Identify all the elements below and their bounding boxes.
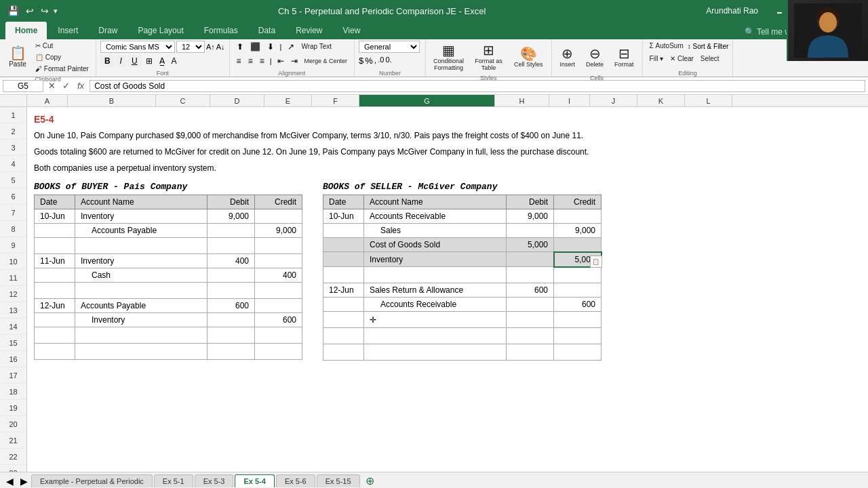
tab-page-layout[interactable]: Page Layout (128, 22, 193, 39)
percent-button[interactable]: % (365, 56, 373, 66)
autosum-button[interactable]: Σ AutoSum (647, 41, 686, 52)
cut-button[interactable]: ✂ Cut (33, 41, 56, 52)
select-button[interactable]: Select (698, 54, 722, 64)
copy-button[interactable]: 📋 Copy (33, 52, 64, 63)
seller-row-1[interactable]: 10-Jun Accounts Receivable 9,000 (323, 209, 601, 224)
format-cells-button[interactable]: ⊟ Format (610, 41, 638, 73)
align-bottom-button[interactable]: ⬇ (264, 41, 277, 53)
seller-row-9[interactable] (323, 328, 601, 344)
format-as-table-button[interactable]: ⊞ Format as Table (470, 41, 507, 73)
col-header-J[interactable]: J (590, 95, 637, 106)
sheet-tab-ex51[interactable]: Ex 5-1 (154, 474, 193, 487)
increase-indent-button[interactable]: ⇥ (288, 55, 300, 67)
sheet-tab-ex53[interactable]: Ex 5-3 (195, 474, 234, 487)
save-icon[interactable]: 💾 (5, 4, 21, 18)
sort-filter-button[interactable]: ↕ Sort & Filter (688, 43, 729, 50)
fill-button[interactable]: Fill ▾ (647, 54, 667, 64)
wrap-text-button[interactable]: Wrap Text (298, 41, 334, 52)
align-right-button[interactable]: ≡ (257, 55, 267, 67)
seller-row-3[interactable]: Cost of Goods Sold 5,000 (323, 238, 601, 252)
format-painter-button[interactable]: 🖌 Format Painter (33, 64, 92, 75)
orientation-button[interactable]: ↗ (285, 41, 297, 53)
border-button[interactable]: ⊞ (143, 56, 155, 66)
sheet-tab-ex56[interactable]: Ex 5-6 (276, 474, 315, 487)
buyer-row-7[interactable]: 12-Jun Accounts Payable 600 (35, 299, 302, 313)
add-sheet-button[interactable]: ⊕ (361, 473, 378, 488)
col-header-A[interactable]: A (27, 95, 68, 106)
decrease-decimal-button[interactable]: 0. (385, 56, 391, 66)
buyer-row-2[interactable]: Accounts Payable 9,000 (35, 224, 302, 238)
formula-input[interactable] (90, 80, 865, 92)
tab-insert[interactable]: Insert (48, 22, 87, 39)
buyer-row-5[interactable]: Cash 400 (35, 268, 302, 283)
tab-review[interactable]: Review (286, 22, 332, 39)
seller-row-10[interactable] (323, 344, 601, 361)
col-header-C[interactable]: C (156, 95, 210, 106)
undo-icon[interactable]: ↩ (24, 4, 36, 18)
clear-button[interactable]: ✕ Clear (667, 54, 696, 64)
tab-view[interactable]: View (334, 22, 370, 39)
number-format-select[interactable]: General (359, 41, 420, 53)
sheet-tab-example[interactable]: Example - Perpetual & Periodic (31, 474, 153, 487)
sheet-tab-ex515[interactable]: Ex 5-15 (317, 474, 360, 487)
confirm-formula-button[interactable]: ✓ (60, 81, 72, 91)
cell-area[interactable]: E5-4 On June 10, Pais Company purchased … (27, 107, 868, 472)
seller-row-8[interactable]: ✛ (323, 312, 601, 328)
tab-home[interactable]: Home (5, 22, 47, 39)
buyer-row-9[interactable] (35, 327, 302, 344)
decrease-indent-button[interactable]: ⇤ (275, 55, 287, 67)
font-name-select[interactable]: Comic Sans MS (100, 41, 175, 53)
col-header-L[interactable]: L (685, 95, 732, 106)
increase-decimal-button[interactable]: .0 (378, 56, 384, 66)
tab-data[interactable]: Data (249, 22, 285, 39)
delete-cells-button[interactable]: ⊖ Delete (582, 41, 608, 73)
scroll-tabs-right-button[interactable]: ▶ (17, 474, 31, 488)
buyer-row-4[interactable]: 11-Jun Inventory 400 (35, 254, 302, 268)
currency-button[interactable]: $ (359, 56, 363, 66)
buyer-row-6[interactable] (35, 283, 302, 299)
cell-styles-button[interactable]: 🎨 Cell Styles (510, 41, 547, 73)
buyer-row-10[interactable] (35, 344, 302, 360)
col-header-I[interactable]: I (549, 95, 590, 106)
col-header-D[interactable]: D (210, 95, 264, 106)
seller-row-7[interactable]: Accounts Receivable 600 (323, 298, 601, 312)
tab-formulas[interactable]: Formulas (195, 22, 248, 39)
buyer-row-8[interactable]: Inventory 600 (35, 313, 302, 327)
increase-font-button[interactable]: A↑ (206, 43, 215, 51)
font-size-select[interactable]: 12 (176, 41, 205, 53)
redo-icon[interactable]: ↪ (39, 4, 51, 18)
cell-reference-box[interactable] (3, 80, 43, 92)
decrease-font-button[interactable]: A↓ (216, 43, 225, 51)
paste-options-button[interactable]: 📋 (590, 256, 602, 268)
seller-row-4[interactable]: Inventory 5,000 📋 (323, 252, 601, 267)
col-header-K[interactable]: K (637, 95, 685, 106)
font-color-button[interactable]: A (169, 56, 180, 66)
fill-color-button[interactable]: A̲ (157, 56, 167, 66)
insert-cells-button[interactable]: ⊕ Insert (556, 41, 580, 73)
comma-button[interactable]: , (374, 56, 376, 66)
paste-button[interactable]: 📋 Paste (4, 41, 31, 73)
merge-center-button[interactable]: Merge & Center (302, 56, 351, 66)
seller-row-6[interactable]: 12-Jun Sales Return & Allowance 600 (323, 283, 601, 298)
col-header-E[interactable]: E (264, 95, 312, 106)
align-middle-button[interactable]: ⬛ (248, 41, 263, 53)
cancel-formula-button[interactable]: ✕ (46, 81, 58, 91)
seller-row-2[interactable]: Sales 9,000 (323, 224, 601, 238)
scroll-tabs-left-button[interactable]: ◀ (3, 474, 17, 488)
italic-button[interactable]: I (116, 55, 126, 67)
seller-row-5[interactable] (323, 267, 601, 283)
sheet-tab-ex54[interactable]: Ex 5-4 (235, 474, 274, 487)
col-header-H[interactable]: H (495, 95, 549, 106)
col-header-B[interactable]: B (68, 95, 156, 106)
buyer-row-3[interactable] (35, 238, 302, 254)
align-left-button[interactable]: ≡ (234, 55, 244, 67)
col-header-G[interactable]: G (359, 95, 495, 106)
bold-button[interactable]: B (100, 55, 115, 67)
buyer-row-1[interactable]: 10-Jun Inventory 9,000 (35, 209, 302, 224)
tab-draw[interactable]: Draw (89, 22, 127, 39)
col-header-F[interactable]: F (312, 95, 359, 106)
underline-button[interactable]: U (127, 55, 142, 67)
conditional-formatting-button[interactable]: ▦ Conditional Formatting (430, 41, 467, 73)
align-top-button[interactable]: ⬆ (234, 41, 246, 53)
align-center-button[interactable]: ≡ (245, 55, 256, 67)
